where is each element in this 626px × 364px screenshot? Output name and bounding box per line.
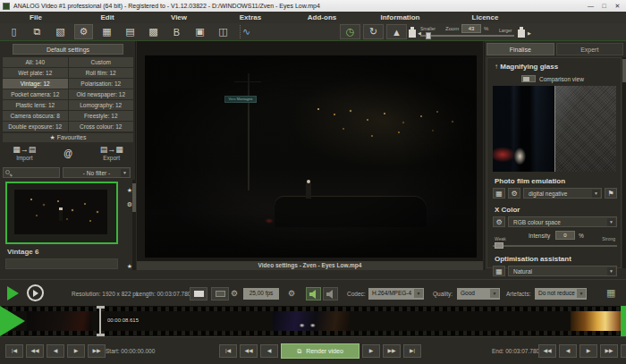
default-settings-button[interactable]: Default settings: [13, 44, 123, 55]
quality-dropdown[interactable]: Good ▼: [457, 288, 500, 300]
preset-item-selected[interactable]: [5, 182, 118, 244]
timer-icon[interactable]: ◷: [346, 26, 355, 38]
zoom-slider-handle[interactable]: [426, 32, 431, 39]
menu-file[interactable]: File: [0, 13, 72, 21]
video-camera-icon[interactable]: ▣: [190, 24, 209, 39]
category-double-exposure[interactable]: Double exposure: 12: [3, 122, 68, 131]
category-cross-colour[interactable]: Cross colour: 12: [69, 122, 134, 131]
skip-begin-button[interactable]: |◀: [219, 344, 237, 358]
step-back-button[interactable]: ◀: [260, 344, 278, 358]
intensity-slider[interactable]: [493, 242, 617, 250]
redo-icon[interactable]: ↻: [363, 24, 384, 39]
bin-icon[interactable]: ◫: [214, 24, 233, 39]
favourites-button[interactable]: ★ Favourites: [3, 133, 133, 142]
timeline-end-marker[interactable]: [621, 306, 626, 336]
xcolor-gear-icon[interactable]: ⚙: [493, 216, 505, 227]
category-freestyle[interactable]: Freestyle: 12: [69, 111, 134, 121]
save-icon[interactable]: ▦: [97, 24, 116, 39]
timeline-playhead[interactable]: [97, 306, 105, 336]
film-grid-icon[interactable]: ▦: [493, 188, 505, 199]
zoom-slider-track[interactable]: [420, 35, 514, 37]
timeline-start-marker[interactable]: [0, 306, 25, 336]
settings-gears-icon[interactable]: ⚙: [74, 24, 93, 39]
collapse-arrow-icon[interactable]: ↑: [495, 63, 498, 71]
minimize-button[interactable]: —: [584, 0, 597, 12]
monitor-alt-icon[interactable]: [211, 287, 229, 301]
category-pocket-camera[interactable]: Pocket camera: 12: [3, 89, 68, 99]
menu-extras[interactable]: Extras: [215, 13, 286, 21]
comparison-toggle[interactable]: [521, 75, 536, 82]
tab-expert[interactable]: Expert: [556, 43, 624, 55]
preset-item-next[interactable]: [5, 258, 118, 269]
import-button[interactable]: ▦→▤ Import: [3, 144, 47, 165]
category-plastic-lens[interactable]: Plastic lens: 12: [3, 100, 68, 110]
category-camera-obscura[interactable]: Camera obscura: 8: [3, 111, 68, 121]
start-step-back-button[interactable]: ◀: [47, 344, 64, 358]
monitor-icon[interactable]: [190, 287, 207, 301]
preset-list-scrollbar[interactable]: [132, 180, 136, 270]
category-all[interactable]: All: 140: [3, 57, 68, 67]
category-roll-film[interactable]: Roll film: 12: [69, 68, 134, 78]
speaker-off-button[interactable]: [323, 287, 338, 301]
category-old-newspaper[interactable]: Old newspaper: 12: [69, 89, 134, 99]
share-button[interactable]: @: [47, 144, 90, 165]
copy-icon[interactable]: ⧉: [28, 24, 47, 39]
film-gear-icon[interactable]: ⚙: [508, 188, 520, 199]
intensity-value-field[interactable]: 0: [555, 231, 575, 240]
start-ffwd-button[interactable]: ▶▶: [88, 344, 106, 358]
end-skip-end-button[interactable]: ▶|: [621, 344, 626, 358]
curves-icon[interactable]: ∿: [242, 26, 250, 38]
new-file-icon[interactable]: ▯: [4, 24, 23, 39]
close-button[interactable]: ✕: [611, 0, 624, 12]
menu-information[interactable]: Information: [358, 13, 443, 21]
zoom-value-field[interactable]: 43: [461, 24, 481, 33]
start-skip-begin-button[interactable]: |◀: [5, 344, 23, 358]
maximize-button[interactable]: □: [597, 0, 611, 12]
category-custom[interactable]: Custom: [69, 57, 134, 67]
category-polarisation[interactable]: Polarisation: 12: [69, 79, 134, 89]
render-video-button[interactable]: ⧉ Render video: [281, 343, 360, 359]
play-icon[interactable]: [7, 286, 19, 301]
batch-export-icon[interactable]: ▧: [51, 24, 70, 39]
end-ffwd-button[interactable]: ▶▶: [600, 344, 618, 358]
end-step-fwd-button[interactable]: ▶: [579, 344, 597, 358]
zoom-larger-icon[interactable]: [517, 27, 526, 38]
end-step-back-button[interactable]: ◀: [559, 344, 577, 358]
flag-icon[interactable]: ⚑: [605, 188, 617, 199]
menu-licence[interactable]: Licence: [443, 13, 528, 21]
menu-addons[interactable]: Add-ons: [286, 13, 358, 21]
menu-edit[interactable]: Edit: [72, 13, 143, 21]
export-button[interactable]: ▤→▦ Export: [89, 144, 133, 165]
tab-finalise[interactable]: Finalise: [486, 43, 554, 55]
export-b-icon[interactable]: B: [167, 24, 186, 39]
magnifier-preview[interactable]: [493, 86, 616, 172]
audio-gear-icon[interactable]: ⚙: [288, 289, 295, 298]
category-vintage[interactable]: Vintage: 12: [3, 79, 68, 89]
ffwd-button[interactable]: ▶▶: [383, 344, 401, 358]
preset-search-input[interactable]: [3, 167, 60, 178]
optimisation-dropdown[interactable]: Natural ▼: [508, 266, 617, 276]
category-wet-plate[interactable]: Wet plate: 12: [3, 68, 68, 78]
film-strip-icon[interactable]: ▦: [606, 287, 615, 299]
timeline[interactable]: 00:00:08.615: [0, 306, 626, 336]
snapshot-icon[interactable]: ▩: [144, 24, 163, 39]
codec-dropdown[interactable]: H.264/MPEG-4 ▼: [368, 288, 424, 300]
fps-field[interactable]: 25,00 fps: [243, 288, 279, 300]
print-icon[interactable]: ▤: [121, 24, 140, 39]
rewind-button[interactable]: ◀◀: [240, 344, 258, 358]
zoom-smaller-icon[interactable]: [408, 27, 417, 38]
optim-grid-icon[interactable]: ▦: [493, 266, 505, 276]
play-circle-icon[interactable]: [27, 284, 44, 301]
end-rewind-button[interactable]: ◀◀: [538, 344, 556, 358]
fps-gear-icon[interactable]: ⚙: [231, 289, 238, 298]
menu-view[interactable]: View: [143, 13, 215, 21]
filter-dropdown[interactable]: - No filter - ▼: [63, 167, 131, 178]
start-step-fwd-button[interactable]: ▶: [67, 344, 85, 358]
step-fwd-button[interactable]: ▶: [362, 344, 380, 358]
artefacts-dropdown[interactable]: Do not reduce ▼: [535, 288, 587, 300]
skip-end-button[interactable]: ▶|: [403, 344, 421, 358]
zoom-larger-arrow-icon[interactable]: ▶: [528, 30, 531, 36]
start-rewind-button[interactable]: ◀◀: [26, 344, 44, 358]
category-lomography[interactable]: Lomography: 12: [69, 100, 134, 110]
video-preview[interactable]: Vers Montagne: [145, 55, 477, 258]
